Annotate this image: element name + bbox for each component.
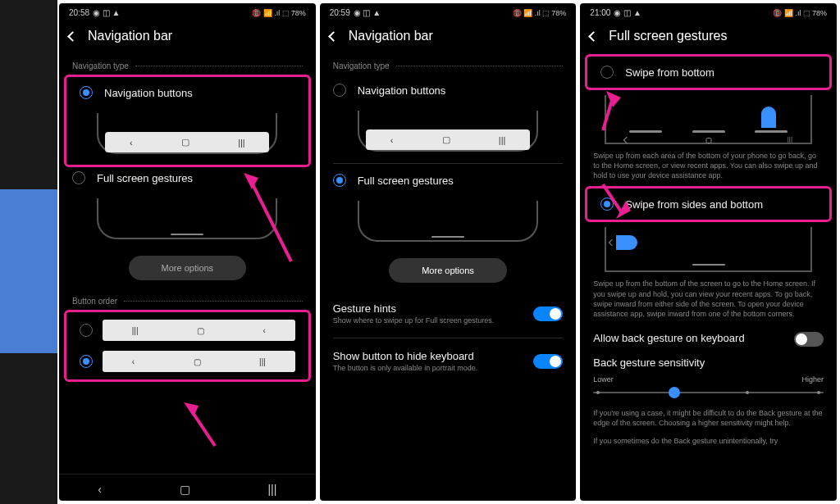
radio-icon[interactable] <box>333 84 346 97</box>
preview-gestures <box>79 194 296 239</box>
sensitivity-slider[interactable] <box>593 392 824 393</box>
preview-gestures <box>340 197 557 242</box>
slider-thumb-icon[interactable] <box>669 387 680 398</box>
back-icon[interactable] <box>67 31 78 42</box>
status-bar: 20:58◉ ◫ ▲ 📵 📶 .ıl ⬚78% <box>59 3 316 22</box>
page-title: Navigation bar <box>349 29 433 43</box>
toggle-off-icon[interactable] <box>794 332 824 347</box>
radio-icon[interactable] <box>80 86 93 99</box>
sensitivity-title: Back gesture sensitivity <box>580 352 837 370</box>
battery: 78% <box>812 9 827 17</box>
svg-marker-3 <box>184 402 199 417</box>
option-navigation-buttons[interactable]: Navigation buttons <box>320 77 577 103</box>
button-order-option-1[interactable]: |||▢‹ <box>66 315 308 346</box>
radio-icon[interactable] <box>80 355 93 368</box>
time: 20:58 <box>69 8 89 17</box>
page-title: Navigation bar <box>88 29 172 43</box>
option-navigation-buttons[interactable]: Navigation buttons <box>66 79 308 106</box>
time: 21:00 <box>590 8 610 17</box>
radio-icon[interactable] <box>600 66 614 79</box>
home-icon[interactable]: ▢ <box>180 483 190 496</box>
more-options-button: More options <box>129 256 247 280</box>
recents-icon[interactable]: ||| <box>267 483 276 496</box>
case-desc: If you're using a case, it might be diff… <box>580 405 837 436</box>
time: 20:59 <box>330 8 350 17</box>
setting-allow-back-keyboard[interactable]: Allow back gesture on keyboard <box>580 327 837 352</box>
preview-buttons: ‹▢||| <box>340 107 557 152</box>
swipe-sides-desc: Swipe up from the bottom of the screen t… <box>580 275 837 327</box>
system-navbar: ‹ ▢ ||| <box>59 474 316 501</box>
battery: 78% <box>551 9 566 17</box>
header: Full screen gestures <box>580 22 837 57</box>
toggle-on-icon[interactable] <box>533 354 563 369</box>
preview-swipe-bottom: ||| <box>600 95 817 144</box>
back-icon[interactable]: ‹ <box>98 483 102 496</box>
slider-labels: Lower Higher <box>580 372 837 387</box>
screen-3: 21:00◉ ◫ ▲ 📵 📶 .ıl ⬚78% Full screen gest… <box>580 3 837 501</box>
option-full-screen-gestures[interactable]: Full screen gestures <box>320 167 577 193</box>
option-swipe-from-bottom[interactable]: Swipe from bottom <box>587 59 829 85</box>
option-swipe-sides-bottom[interactable]: Swipe from sides and bottom <box>587 191 829 217</box>
back-icon[interactable] <box>588 31 599 42</box>
radio-icon[interactable] <box>600 198 614 211</box>
more-options-button[interactable]: More options <box>389 258 507 283</box>
status-bar: 20:59◉ ◫ ▲ 📵 📶 .ıl ⬚78% <box>320 3 577 22</box>
radio-icon[interactable] <box>72 171 85 184</box>
header: Navigation bar <box>59 22 316 57</box>
sometimes-desc: If you sometimes do the Back gesture uni… <box>580 436 837 454</box>
status-bar: 21:00◉ ◫ ▲ 📵 📶 .ıl ⬚78% <box>580 3 837 22</box>
back-icon[interactable] <box>328 31 339 42</box>
option-full-screen-gestures[interactable]: Full screen gestures <box>59 165 316 191</box>
battery: 78% <box>291 9 306 17</box>
swipe-bottom-desc: Swipe up from each area of the bottom of… <box>580 148 837 188</box>
preview-buttons: ‹▢||| <box>86 109 289 154</box>
radio-icon[interactable] <box>80 324 93 337</box>
svg-line-2 <box>190 409 215 446</box>
setting-gesture-hints[interactable]: Gesture hints Show where to swipe up for… <box>320 294 577 334</box>
setting-hide-keyboard-button[interactable]: Show button to hide keyboard The button … <box>320 342 577 382</box>
section-navigation-type: Navigation type <box>320 57 577 77</box>
screen-2: 20:59◉ ◫ ▲ 📵 📶 .ıl ⬚78% Navigation bar N… <box>320 3 577 501</box>
header: Navigation bar <box>320 22 577 57</box>
radio-icon[interactable] <box>333 174 346 187</box>
button-order-option-2[interactable]: ‹▢||| <box>66 346 308 377</box>
toggle-on-icon[interactable] <box>533 306 563 321</box>
screen-1: 20:58◉ ◫ ▲ 📵 📶 .ıl ⬚78% Navigation bar N… <box>59 3 316 501</box>
preview-swipe-sides <box>600 227 817 272</box>
page-title: Full screen gestures <box>609 29 727 43</box>
